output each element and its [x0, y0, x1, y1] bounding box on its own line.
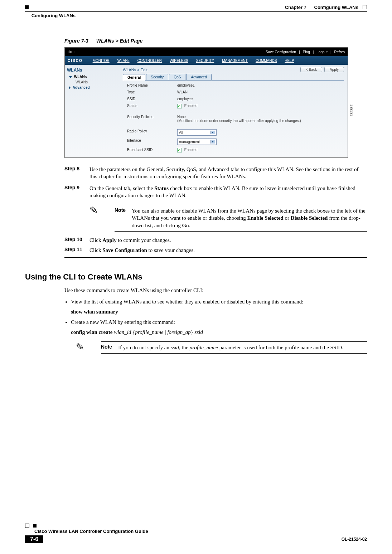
refresh-link[interactable]: Refres: [334, 50, 345, 54]
menu-wireless[interactable]: WIRELESS: [167, 59, 191, 63]
sep: |: [313, 50, 314, 54]
header-rule: [25, 11, 367, 12]
cli-bullet-list: View the list of existing WLANs and to s…: [71, 298, 367, 336]
apply-button[interactable]: Apply: [324, 67, 344, 72]
chapter-title: Configuring WLANs: [314, 5, 358, 10]
menu-help[interactable]: HELP: [282, 59, 297, 63]
profile-name-value: employee1: [177, 83, 344, 87]
page: Chapter 7 Configuring WLANs Configuring …: [0, 0, 392, 554]
page-header-row: Chapter 7 Configuring WLANs: [25, 4, 367, 11]
text: On the General tab, select the: [89, 185, 154, 191]
footer-bar: 7-6 OL-21524-02: [25, 535, 367, 543]
type-value: WLAN: [177, 90, 344, 94]
end-rule: [64, 257, 367, 258]
ssid-label: SSID: [127, 97, 177, 101]
step-9: Step 9 On the General tab, select the St…: [64, 185, 367, 199]
interface-select[interactable]: management ▾: [177, 138, 217, 145]
interface-label: Interface: [127, 138, 177, 145]
text: parameter is used for both the profile n…: [218, 345, 343, 350]
figure-screenshot: ılıılı Save Configuration | Ping | Logou…: [64, 47, 348, 158]
sidebar-item-wlans[interactable]: WLANs: [69, 75, 117, 79]
bold-text: Status: [154, 185, 169, 191]
text: |: [164, 329, 168, 335]
status-checkbox[interactable]: [177, 104, 182, 108]
step-body: Click Apply to commit your changes.: [89, 237, 367, 244]
menu-security[interactable]: SECURITY: [193, 59, 217, 63]
cisco-text: CISCO: [68, 59, 83, 63]
section-title-text: Configuring WLANs: [32, 13, 76, 18]
status-value-text: Enabled: [184, 104, 198, 108]
security-policies-note: (Modifications done under security tab w…: [177, 119, 344, 123]
security-policies-label: Security Policies: [127, 115, 177, 123]
figure-image-number: 232352: [350, 105, 354, 116]
tabs: General Security QoS Advanced: [123, 74, 344, 81]
text: {: [131, 329, 135, 335]
status-value: Enabled: [177, 104, 344, 108]
step-label: Step 10: [64, 237, 89, 244]
footer-rule: [40, 526, 367, 526]
figure-caption: Figure 7-3 WLANs > Edit Page: [64, 38, 367, 44]
italic-text: profile_name: [135, 329, 163, 335]
chevron-right-icon: [69, 86, 71, 89]
page-footer: Cisco Wireless LAN Controller Configurat…: [25, 524, 367, 543]
pencil-icon: ✎: [76, 340, 101, 353]
broadcast-checkbox[interactable]: [177, 148, 182, 152]
italic-text: foreign_ap: [167, 329, 190, 335]
menu-controller[interactable]: CONTROLLER: [135, 59, 165, 63]
italic-text: profile_name: [190, 345, 218, 350]
chevron-down-icon: ▾: [210, 131, 215, 134]
text: to commit your changes.: [116, 237, 171, 243]
cli-command: show wlan summary: [71, 308, 367, 316]
italic-text: wlan_id: [114, 329, 131, 335]
note-label: Note: [115, 207, 132, 229]
sidebar-item-wlans-child[interactable]: WLANs: [76, 80, 117, 84]
text: Create a new WLAN by entering this comma…: [71, 319, 175, 325]
bold-text: Go: [182, 223, 189, 228]
broadcast-ssid-label: Broadcast SSID: [127, 148, 177, 152]
chevron-down-icon: ▾: [210, 140, 215, 144]
menu-monitor[interactable]: MONITOR: [90, 59, 112, 63]
form-grid: Profile Name employee1 Type WLAN SSID em…: [127, 83, 344, 152]
tab-general[interactable]: General: [123, 74, 145, 81]
list-item: Create a new WLAN by entering this comma…: [71, 318, 367, 336]
interface-select-value: management: [179, 140, 200, 144]
tab-qos[interactable]: QoS: [169, 74, 185, 80]
doc-number: OL-21524-02: [342, 537, 367, 542]
sidebar-item-advanced[interactable]: Advanced: [69, 86, 117, 89]
note-text: If you do not specify an ssid, the profi…: [118, 344, 367, 351]
profile-name-label: Profile Name: [127, 83, 177, 87]
tab-security[interactable]: Security: [146, 74, 168, 80]
header-marker-left: [25, 5, 29, 9]
screenshot-body: WLANs WLANs WLANs Advanced: [65, 65, 348, 157]
text: to save your changes.: [147, 247, 195, 253]
menu-management[interactable]: MANAGEMENT: [219, 59, 251, 63]
broadcast-ssid-value: Enabled: [177, 148, 344, 152]
step-11: Step 11 Click Save Configuration to save…: [64, 247, 367, 254]
status-label: Status: [127, 104, 177, 108]
list-item: View the list of existing WLANs and to s…: [71, 298, 367, 316]
menu-commands[interactable]: COMMANDS: [253, 59, 280, 63]
footer-rule-row: [25, 524, 367, 528]
back-button[interactable]: < Back: [300, 67, 322, 72]
save-config-link[interactable]: Save Configuration: [266, 50, 296, 54]
breadcrumb-row: WLANs > Edit < Back Apply: [123, 67, 344, 72]
step-label: Step 9: [64, 185, 89, 199]
menu-wlans[interactable]: WLANs: [115, 59, 132, 63]
note-block-1: ✎ Note You can also enable or disable WL…: [89, 205, 367, 232]
sidebar-item-label: WLANs: [74, 75, 87, 79]
logout-link[interactable]: Logout: [316, 50, 328, 54]
figure-number: Figure 7-3: [64, 38, 88, 44]
radio-policy-select[interactable]: All ▾: [177, 129, 217, 136]
text: or: [284, 215, 291, 221]
chevron-down-icon: [69, 76, 72, 78]
sidebar-item-label: WLANs: [76, 80, 88, 84]
figure-wrapper: ılıılı Save Configuration | Ping | Logou…: [64, 47, 347, 158]
radio-policy-select-value: All: [179, 131, 183, 135]
header-marker-right: [363, 5, 367, 9]
sidebar-item-label: Advanced: [73, 86, 90, 89]
security-policies-value-text: None: [177, 115, 344, 119]
footer-book-title: Cisco Wireless LAN Controller Configurat…: [34, 529, 367, 534]
ping-link[interactable]: Ping: [303, 50, 310, 54]
tab-advanced[interactable]: Advanced: [186, 74, 211, 80]
figure-title: WLANs > Edit Page: [96, 38, 143, 44]
